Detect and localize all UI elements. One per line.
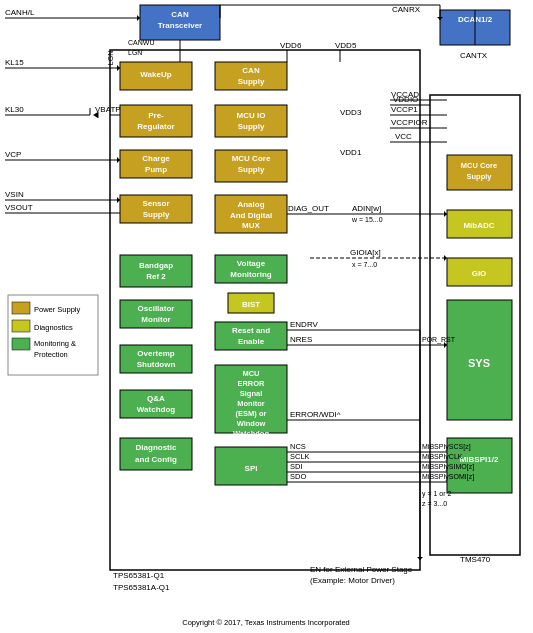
svg-text:SYS: SYS — [468, 357, 490, 369]
svg-text:EN for External Power Stage: EN for External Power Stage — [310, 565, 413, 574]
svg-text:ENDRV: ENDRV — [290, 320, 319, 329]
svg-text:SPI: SPI — [245, 464, 258, 473]
svg-text:MiBSPIySOMI[z]: MiBSPIySOMI[z] — [422, 473, 474, 481]
svg-text:CANH/L: CANH/L — [5, 8, 35, 17]
svg-text:GIOIA[x]: GIOIA[x] — [350, 248, 381, 257]
svg-text:MCU: MCU — [242, 369, 259, 378]
svg-text:DIAG_OUT: DIAG_OUT — [288, 204, 329, 213]
svg-rect-10 — [120, 105, 192, 137]
svg-text:ERROR/WDI^: ERROR/WDI^ — [290, 410, 341, 419]
svg-text:VDD5: VDD5 — [335, 41, 357, 50]
svg-rect-171 — [12, 320, 30, 332]
svg-text:VCCPIOR: VCCPIOR — [391, 118, 428, 127]
svg-text:w = 15...0: w = 15...0 — [351, 216, 383, 223]
svg-text:Diagnostics: Diagnostics — [34, 323, 73, 332]
svg-text:And Digital: And Digital — [230, 211, 272, 220]
svg-text:(Example: Motor Driver): (Example: Motor Driver) — [310, 576, 395, 585]
svg-text:Pre-: Pre- — [148, 111, 164, 120]
svg-text:Supply: Supply — [466, 172, 492, 181]
svg-text:SCLK: SCLK — [290, 452, 310, 461]
svg-text:Pump: Pump — [145, 165, 167, 174]
svg-text:Supply: Supply — [143, 210, 170, 219]
svg-text:GIO: GIO — [472, 269, 487, 278]
svg-text:MCU Core: MCU Core — [232, 154, 271, 163]
svg-text:VDD3: VDD3 — [340, 108, 362, 117]
svg-text:CAN: CAN — [171, 10, 189, 19]
svg-text:Bandgap: Bandgap — [139, 261, 173, 270]
svg-text:Supply: Supply — [238, 77, 265, 86]
svg-rect-32 — [120, 255, 192, 287]
svg-text:Ref 2: Ref 2 — [146, 272, 166, 281]
svg-text:CANWU: CANWU — [128, 39, 154, 46]
svg-text:NRES: NRES — [290, 335, 312, 344]
svg-text:x = 7...0: x = 7...0 — [352, 261, 377, 268]
svg-text:TPS65381A-Q1: TPS65381A-Q1 — [113, 583, 170, 592]
svg-text:ERROR: ERROR — [237, 379, 265, 388]
svg-text:y = 1 or 2: y = 1 or 2 — [422, 490, 451, 498]
svg-text:LGN: LGN — [107, 51, 114, 65]
svg-text:BIST: BIST — [242, 300, 260, 309]
svg-text:VSIN: VSIN — [5, 190, 24, 199]
svg-text:KL15: KL15 — [5, 58, 24, 67]
svg-text:KL30: KL30 — [5, 105, 24, 114]
svg-text:VDD1: VDD1 — [340, 148, 362, 157]
svg-text:Transceiver: Transceiver — [158, 21, 202, 30]
svg-text:Monitor: Monitor — [141, 315, 170, 324]
svg-text:VCC: VCC — [395, 132, 412, 141]
svg-text:CANTX: CANTX — [460, 51, 488, 60]
svg-text:Supply: Supply — [238, 165, 265, 174]
svg-text:Regulator: Regulator — [137, 122, 174, 131]
svg-text:TMS470: TMS470 — [460, 555, 491, 564]
svg-text:VDD6: VDD6 — [280, 41, 302, 50]
svg-text:Watchdog: Watchdog — [233, 429, 269, 438]
svg-text:Sensor: Sensor — [142, 199, 169, 208]
svg-text:Monitoring &: Monitoring & — [34, 339, 76, 348]
svg-text:z = 3...0: z = 3...0 — [422, 500, 447, 507]
svg-text:Protection: Protection — [34, 350, 68, 359]
svg-text:Monitor: Monitor — [237, 399, 265, 408]
svg-text:Overtemp: Overtemp — [137, 349, 174, 358]
svg-text:TPS65381-Q1: TPS65381-Q1 — [113, 571, 165, 580]
svg-text:Window: Window — [237, 419, 266, 428]
svg-text:Reset and: Reset and — [232, 326, 270, 335]
svg-text:VSOUT: VSOUT — [5, 203, 33, 212]
svg-text:WakeUp: WakeUp — [140, 70, 171, 79]
svg-text:VCP: VCP — [5, 150, 21, 159]
svg-text:Signal: Signal — [240, 389, 263, 398]
svg-text:Watchdog: Watchdog — [137, 405, 175, 414]
svg-text:LGN: LGN — [128, 49, 142, 56]
svg-text:Monitoring: Monitoring — [230, 270, 271, 279]
svg-text:SDI: SDI — [290, 462, 303, 471]
svg-text:Voltage: Voltage — [237, 259, 266, 268]
svg-text:CANRX: CANRX — [392, 5, 421, 14]
svg-text:MUX: MUX — [242, 221, 260, 230]
svg-text:NCS: NCS — [290, 442, 306, 451]
svg-rect-173 — [12, 338, 30, 350]
svg-text:Copyright © 2017, Texas Instru: Copyright © 2017, Texas Instruments Inco… — [182, 618, 350, 627]
svg-text:Shutdown: Shutdown — [137, 360, 176, 369]
svg-text:Oscillator: Oscillator — [138, 304, 175, 313]
svg-text:MiBSPIyCLK: MiBSPIyCLK — [422, 453, 463, 461]
svg-text:MibADC: MibADC — [463, 221, 494, 230]
svg-text:MiBSPIySIMO[z]: MiBSPIySIMO[z] — [422, 463, 474, 471]
svg-text:Charge: Charge — [142, 154, 170, 163]
svg-text:VCCP1: VCCP1 — [391, 105, 418, 114]
svg-text:ADIN[w]: ADIN[w] — [352, 204, 381, 213]
svg-rect-22 — [215, 105, 287, 137]
diagram-container: CAN Transceiver DCAN1/2 WakeUp Pre- Regu… — [0, 0, 533, 633]
svg-text:Q&A: Q&A — [147, 394, 165, 403]
svg-text:CAN: CAN — [242, 66, 260, 75]
svg-text:(ESM) or: (ESM) or — [236, 409, 267, 418]
svg-text:SDO: SDO — [290, 472, 306, 481]
svg-text:Analog: Analog — [237, 200, 264, 209]
svg-text:MCU IO: MCU IO — [237, 111, 266, 120]
svg-text:VCCAD: VCCAD — [391, 90, 419, 99]
svg-text:POR_RST: POR_RST — [422, 336, 456, 344]
svg-text:Power Supply: Power Supply — [34, 305, 81, 314]
svg-text:Supply: Supply — [238, 122, 265, 131]
svg-rect-169 — [12, 302, 30, 314]
svg-text:VBATP: VBATP — [95, 105, 121, 114]
svg-text:Diagnostic: Diagnostic — [136, 443, 177, 452]
svg-text:Enable: Enable — [238, 337, 265, 346]
svg-text:and Config: and Config — [135, 455, 177, 464]
